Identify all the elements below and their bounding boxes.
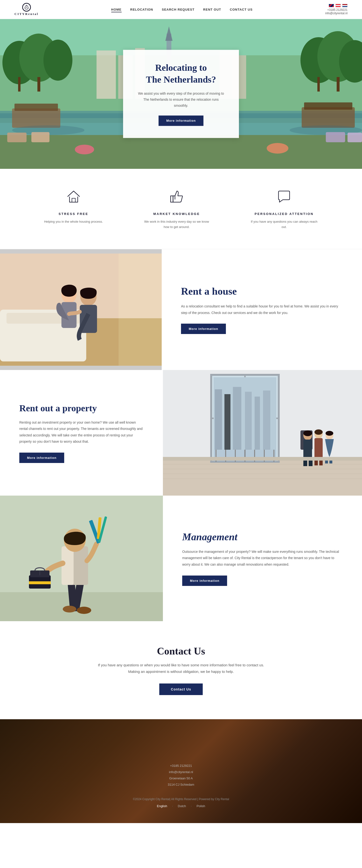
nav-link-search[interactable]: SEARCH REQUEST bbox=[162, 8, 195, 11]
rent-house-content: Rent a house As a relocation consultant … bbox=[162, 249, 362, 370]
footer-address2: 3114 CJ Schiedam bbox=[14, 781, 348, 788]
nav-phone: +3185 2129221 info@cityrental.nl bbox=[325, 8, 348, 15]
svg-point-4 bbox=[43, 40, 72, 81]
flag-dutch[interactable] bbox=[335, 4, 341, 7]
svg-rect-70 bbox=[255, 397, 260, 450]
rentout-image bbox=[163, 370, 362, 496]
feature-personalized-desc: If you have any questions you can always… bbox=[250, 219, 318, 230]
lang-polish[interactable]: Polish bbox=[197, 804, 205, 809]
svg-rect-24 bbox=[304, 102, 352, 110]
feature-market-desc: We work in this industry every day so we… bbox=[143, 219, 210, 230]
nav-item-contact[interactable]: CONTACT US bbox=[230, 7, 253, 11]
svg-rect-35 bbox=[171, 196, 173, 202]
chat-icon bbox=[250, 188, 318, 207]
house-icon bbox=[44, 188, 103, 207]
svg-rect-104 bbox=[29, 581, 51, 584]
hero-card: Relocating to The Netherlands? We assist… bbox=[123, 50, 239, 138]
svg-point-92 bbox=[63, 606, 76, 613]
navbar: CITYRental HOME RELOCATION SEARCH REQUES… bbox=[0, 0, 362, 19]
svg-rect-27 bbox=[0, 135, 362, 169]
nav-links: HOME RELOCATION SEARCH REQUEST RENT OUT … bbox=[111, 7, 253, 11]
feature-stress-free: STRESS FREE Helping you in the whole hou… bbox=[44, 188, 103, 224]
rent-house-cta[interactable]: More information bbox=[181, 323, 226, 334]
svg-rect-23 bbox=[302, 107, 355, 128]
svg-rect-74 bbox=[303, 439, 312, 459]
svg-rect-28 bbox=[7, 132, 27, 142]
logo-text: CITYRental bbox=[14, 12, 38, 16]
features-section: STRESS FREE Helping you in the whole hou… bbox=[0, 169, 362, 249]
svg-point-33 bbox=[267, 143, 288, 154]
management-desc: Outsource the management of your propert… bbox=[182, 549, 343, 568]
feature-stress-free-title: STRESS FREE bbox=[44, 212, 103, 216]
rentout-title: Rent out a property bbox=[19, 403, 143, 413]
feature-market-knowledge: MARKET KNOWLEDGE We work in this industr… bbox=[143, 188, 210, 230]
svg-point-32 bbox=[75, 145, 94, 154]
svg-rect-87 bbox=[163, 457, 362, 461]
feature-personalized: PERSONALIZED ATTENTION If you have any q… bbox=[250, 188, 318, 230]
svg-rect-21 bbox=[12, 108, 60, 128]
svg-rect-78 bbox=[315, 438, 323, 459]
hero-cta-button[interactable]: More information bbox=[159, 116, 203, 126]
footer-bottom: +3185 2129221 info@cityrental.nl Groenel… bbox=[14, 743, 348, 809]
management-title: Management bbox=[182, 531, 343, 543]
flag-polish[interactable] bbox=[342, 4, 348, 7]
management-content: Management Outsource the management of y… bbox=[163, 496, 362, 621]
svg-rect-22 bbox=[14, 103, 58, 111]
svg-rect-46 bbox=[119, 254, 162, 366]
svg-rect-10 bbox=[317, 77, 320, 92]
contact-title: Contact Us bbox=[14, 645, 348, 657]
footer-address1: Groenelaan 50 A bbox=[14, 775, 348, 781]
rent-house-title: Rent a house bbox=[181, 285, 343, 297]
hero-title: Relocating to The Netherlands? bbox=[137, 62, 224, 86]
nav-contact: +3185 2129221 info@cityrental.nl bbox=[325, 4, 348, 15]
rent-house-image bbox=[0, 249, 162, 370]
footer-copyright: ©2024 Copyright City Rental| All Rights … bbox=[14, 798, 348, 801]
nav-item-rentout[interactable]: RENT OUT bbox=[203, 7, 221, 11]
footer-languages: English · Dutch · Polish bbox=[14, 804, 348, 809]
contact-cta-button[interactable]: Contact Us bbox=[159, 683, 203, 695]
footer: +3185 2129221 info@cityrental.nl Groenel… bbox=[0, 719, 362, 823]
feature-personalized-title: PERSONALIZED ATTENTION bbox=[250, 212, 318, 216]
lang-english[interactable]: English bbox=[157, 804, 167, 809]
footer-email: info@cityrental.nl bbox=[14, 769, 348, 775]
svg-rect-67 bbox=[224, 394, 230, 450]
svg-point-86 bbox=[326, 431, 333, 436]
rentout-desc: Renting out an investment property or yo… bbox=[19, 419, 143, 445]
svg-point-93 bbox=[77, 607, 91, 614]
svg-rect-12 bbox=[97, 51, 116, 99]
logo-icon bbox=[22, 3, 31, 11]
nav-item-search[interactable]: SEARCH REQUEST bbox=[162, 7, 195, 11]
hero-section: Relocating to The Netherlands? We assist… bbox=[0, 19, 362, 169]
management-section: Management Outsource the management of y… bbox=[0, 496, 362, 621]
footer-contact-info: +3185 2129221 info@cityrental.nl Groenel… bbox=[14, 763, 348, 788]
flag-english[interactable] bbox=[329, 4, 334, 7]
nav-item-home[interactable]: HOME bbox=[111, 7, 122, 11]
svg-rect-6 bbox=[37, 77, 40, 92]
svg-rect-71 bbox=[263, 391, 270, 450]
nav-item-relocation[interactable]: RELOCATION bbox=[130, 7, 153, 11]
logo[interactable]: CITYRental bbox=[14, 3, 38, 16]
svg-rect-69 bbox=[245, 392, 252, 450]
svg-rect-29 bbox=[31, 132, 50, 142]
management-cta[interactable]: More information bbox=[182, 576, 227, 586]
nav-link-rentout[interactable]: RENT OUT bbox=[203, 8, 221, 11]
feature-market-title: MARKET KNOWLEDGE bbox=[143, 212, 210, 216]
svg-point-84 bbox=[303, 430, 312, 436]
svg-rect-30 bbox=[326, 132, 345, 142]
rentout-cta[interactable]: More information bbox=[19, 453, 64, 463]
hero-subtitle: We assist you with every step of the pro… bbox=[137, 91, 224, 109]
lang-dutch[interactable]: Dutch bbox=[178, 804, 186, 809]
svg-rect-34 bbox=[72, 198, 75, 202]
svg-rect-11 bbox=[337, 77, 339, 92]
feature-stress-free-desc: Helping you in the whole housing process… bbox=[44, 219, 103, 224]
thumbsup-icon bbox=[143, 188, 210, 207]
contact-section: Contact Us If you have any questions or … bbox=[0, 621, 362, 719]
rentout-content: Rent out a property Renting out an inves… bbox=[0, 370, 163, 496]
nav-link-contact[interactable]: CONTACT US bbox=[230, 8, 253, 11]
rent-house-desc: As a relocation consultant we help to fi… bbox=[181, 303, 343, 316]
svg-rect-48 bbox=[163, 459, 362, 496]
svg-rect-31 bbox=[348, 132, 362, 142]
svg-point-85 bbox=[315, 429, 323, 435]
nav-link-relocation[interactable]: RELOCATION bbox=[130, 8, 153, 11]
nav-link-home[interactable]: HOME bbox=[111, 8, 122, 12]
